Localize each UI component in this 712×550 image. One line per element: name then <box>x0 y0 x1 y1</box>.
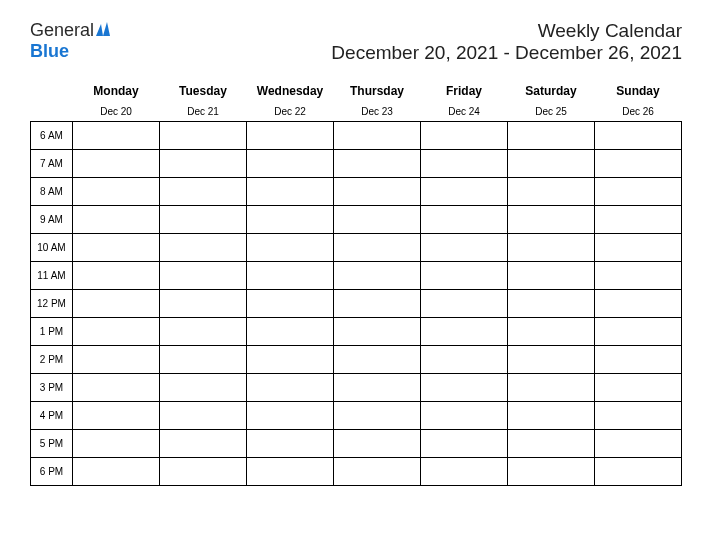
calendar-slot[interactable] <box>334 402 421 430</box>
calendar-slot[interactable] <box>508 178 595 206</box>
calendar-slot[interactable] <box>73 374 160 402</box>
calendar-slot[interactable] <box>508 290 595 318</box>
calendar-slot[interactable] <box>247 374 334 402</box>
calendar-slot[interactable] <box>595 234 682 262</box>
calendar-slot[interactable] <box>247 178 334 206</box>
calendar-slot[interactable] <box>508 262 595 290</box>
calendar-slot[interactable] <box>421 318 508 346</box>
calendar-slot[interactable] <box>595 262 682 290</box>
calendar-slot[interactable] <box>508 122 595 150</box>
calendar-slot[interactable] <box>160 346 247 374</box>
calendar-slot[interactable] <box>73 122 160 150</box>
calendar-slot[interactable] <box>73 150 160 178</box>
calendar-slot[interactable] <box>508 458 595 486</box>
calendar-slot[interactable] <box>421 150 508 178</box>
calendar-slot[interactable] <box>160 290 247 318</box>
calendar-slot[interactable] <box>160 402 247 430</box>
calendar-slot[interactable] <box>595 178 682 206</box>
calendar-slot[interactable] <box>595 318 682 346</box>
calendar-slot[interactable] <box>508 206 595 234</box>
calendar-slot[interactable] <box>73 234 160 262</box>
calendar-slot[interactable] <box>508 430 595 458</box>
calendar-slot[interactable] <box>421 234 508 262</box>
calendar-slot[interactable] <box>595 402 682 430</box>
calendar-slot[interactable] <box>334 374 421 402</box>
calendar-slot[interactable] <box>334 290 421 318</box>
calendar-slot[interactable] <box>247 402 334 430</box>
calendar-slot[interactable] <box>595 206 682 234</box>
calendar-slot[interactable] <box>160 430 247 458</box>
calendar-slot[interactable] <box>160 458 247 486</box>
calendar-slot[interactable] <box>334 346 421 374</box>
calendar-slot[interactable] <box>334 122 421 150</box>
calendar-slot[interactable] <box>421 374 508 402</box>
hour-row: 6 AM <box>31 122 682 150</box>
time-label: 2 PM <box>31 346 73 374</box>
calendar-slot[interactable] <box>421 430 508 458</box>
calendar-slot[interactable] <box>73 262 160 290</box>
calendar-slot[interactable] <box>421 122 508 150</box>
calendar-slot[interactable] <box>334 206 421 234</box>
calendar-slot[interactable] <box>73 178 160 206</box>
calendar-slot[interactable] <box>334 262 421 290</box>
calendar-slot[interactable] <box>247 150 334 178</box>
calendar-slot[interactable] <box>508 374 595 402</box>
calendar-slot[interactable] <box>73 458 160 486</box>
calendar-slot[interactable] <box>334 150 421 178</box>
calendar-slot[interactable] <box>160 262 247 290</box>
calendar-slot[interactable] <box>73 346 160 374</box>
calendar-slot[interactable] <box>73 430 160 458</box>
calendar-slot[interactable] <box>160 374 247 402</box>
calendar-slot[interactable] <box>508 234 595 262</box>
day-date: Dec 25 <box>508 102 595 122</box>
calendar-slot[interactable] <box>73 206 160 234</box>
calendar-slot[interactable] <box>595 290 682 318</box>
day-date: Dec 20 <box>73 102 160 122</box>
calendar-slot[interactable] <box>247 318 334 346</box>
calendar-slot[interactable] <box>334 430 421 458</box>
calendar-slot[interactable] <box>247 262 334 290</box>
calendar-slot[interactable] <box>247 206 334 234</box>
calendar-slot[interactable] <box>247 346 334 374</box>
calendar-slot[interactable] <box>160 234 247 262</box>
calendar-slot[interactable] <box>334 234 421 262</box>
calendar-slot[interactable] <box>421 206 508 234</box>
calendar-slot[interactable] <box>595 430 682 458</box>
calendar-slot[interactable] <box>595 346 682 374</box>
calendar-slot[interactable] <box>247 122 334 150</box>
calendar-slot[interactable] <box>160 178 247 206</box>
calendar-slot[interactable] <box>595 150 682 178</box>
calendar-slot[interactable] <box>508 402 595 430</box>
calendar-slot[interactable] <box>247 458 334 486</box>
calendar-slot[interactable] <box>421 402 508 430</box>
calendar-slot[interactable] <box>334 318 421 346</box>
calendar-slot[interactable] <box>247 290 334 318</box>
calendar-slot[interactable] <box>421 458 508 486</box>
calendar-slot[interactable] <box>508 150 595 178</box>
day-date: Dec 26 <box>595 102 682 122</box>
calendar-slot[interactable] <box>595 374 682 402</box>
calendar-slot[interactable] <box>247 234 334 262</box>
calendar-slot[interactable] <box>508 318 595 346</box>
calendar-slot[interactable] <box>160 150 247 178</box>
calendar-slot[interactable] <box>160 318 247 346</box>
calendar-slot[interactable] <box>334 178 421 206</box>
calendar-slot[interactable] <box>421 262 508 290</box>
calendar-slot[interactable] <box>73 402 160 430</box>
calendar-slot[interactable] <box>247 430 334 458</box>
calendar-slot[interactable] <box>595 122 682 150</box>
hour-row: 10 AM <box>31 234 682 262</box>
calendar-slot[interactable] <box>73 318 160 346</box>
hour-row: 4 PM <box>31 402 682 430</box>
calendar-slot[interactable] <box>595 458 682 486</box>
calendar-slot[interactable] <box>160 206 247 234</box>
calendar-slot[interactable] <box>421 290 508 318</box>
calendar-slot[interactable] <box>508 346 595 374</box>
calendar-slot[interactable] <box>334 458 421 486</box>
calendar-slot[interactable] <box>421 178 508 206</box>
calendar-slot[interactable] <box>160 122 247 150</box>
calendar-slot[interactable] <box>73 290 160 318</box>
calendar-slot[interactable] <box>421 346 508 374</box>
time-label: 10 AM <box>31 234 73 262</box>
hour-row: 6 PM <box>31 458 682 486</box>
